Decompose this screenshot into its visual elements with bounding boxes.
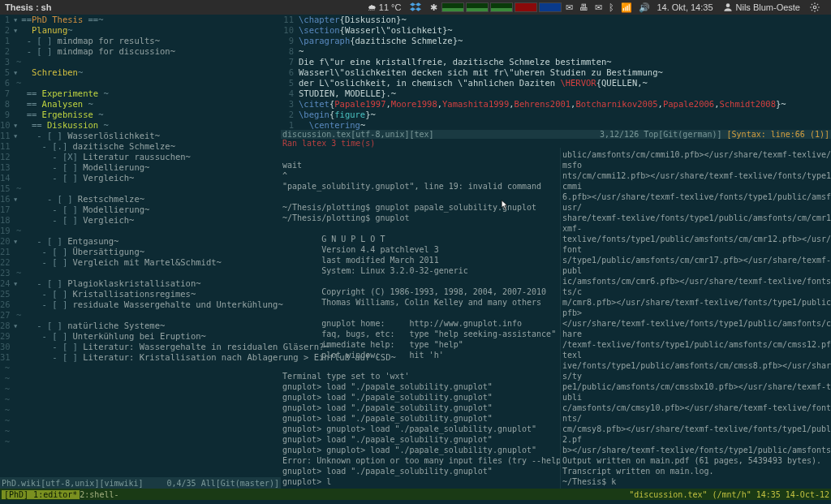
tmux-tab-shell[interactable]: 2:shell- (80, 490, 118, 499)
terminal-left[interactable]: wait ^ "papale_solubility.gnuplot", line… (281, 148, 561, 489)
user-name: Nils Blum-Oeste (736, 2, 800, 12)
window-title: Thesis : sh (5, 2, 51, 12)
outline-line[interactable]: 8 == Analysen ~ (0, 99, 281, 110)
messages-icon[interactable]: ✉ (595, 2, 602, 13)
outline-line[interactable]: 18 - [ ] Vergleich~ (0, 215, 281, 226)
editor-status-syntax: [Syntax: line:66 (1)] (727, 130, 829, 139)
bluetooth-icon[interactable]: ᛒ (609, 2, 614, 12)
editor-line[interactable]: 4STUDIEN, MODELLE}.~ (281, 88, 831, 99)
clock[interactable]: 14. Okt, 14:35 (657, 2, 713, 12)
outline-line[interactable]: 23 ~ (0, 268, 281, 278)
gear-icon[interactable] (807, 2, 823, 13)
mem-graph[interactable] (466, 2, 489, 12)
weather-indicator[interactable]: 🌧 11 °C (368, 2, 402, 12)
print-icon[interactable]: 🖶 (579, 2, 588, 12)
svg-point-1 (813, 6, 816, 9)
outline-line[interactable]: 20▾ - [ ] Entgasung~ (0, 236, 281, 247)
tmux-tab-editor[interactable]: [PhD] 1:editor* (2, 490, 80, 499)
net-graph[interactable] (490, 2, 513, 12)
outline-line[interactable]: 21 - [ ] Übersättigung~ (0, 247, 281, 257)
outline-line[interactable]: 1 - [ ] mindmap for results~ (0, 36, 281, 46)
outline-line[interactable]: 13 - [ ] Modellierung~ (0, 162, 281, 173)
outline-line[interactable]: 16▾ - [ ] Restschmelze~ (0, 194, 281, 205)
outline-line[interactable]: 10▾ == Diskussion ~ (0, 120, 281, 131)
outline-line[interactable]: 5▾ Schreiben~ (0, 67, 281, 78)
outline-line[interactable]: 28▾ - [ ] natürliche Systeme~ (0, 321, 281, 331)
disk-graph[interactable] (515, 2, 537, 12)
star-icon[interactable]: ✱ (430, 2, 437, 13)
editor-statusline: discussion.tex[utf-8,unix][tex] 3,12/126… (281, 130, 831, 139)
editor-line[interactable]: 9\paragraph{dazitische Schmelze}~ (281, 36, 831, 46)
editor-line[interactable]: 7Die f\"ur eine kristallfreie, dazitisch… (281, 57, 831, 67)
wifi-icon[interactable]: 📶 (621, 2, 632, 13)
editor-status-pos: 3,12/126 Top[Git(german)] (600, 130, 722, 139)
outline-line[interactable]: 7 == Experimente ~ (0, 88, 281, 99)
user-menu[interactable]: Nils Blum-Oeste (720, 2, 800, 13)
left-status-pos: 0,4/35 All[Git(master)] (167, 479, 279, 488)
outline-line[interactable]: 17 - [ ] Modellierung~ (0, 205, 281, 215)
outline-line[interactable]: 6 ~ (0, 78, 281, 88)
outline-line[interactable]: 24▾ - [ ] Plagioklaskristallisation~ (0, 278, 281, 289)
outline-line[interactable]: 19 ~ (0, 226, 281, 236)
outline-line[interactable]: 1▾==PhD Thesis ==~ (0, 15, 281, 25)
editor-line[interactable]: 1 \centering~ (281, 120, 831, 130)
editor-line[interactable]: 3\citet{Papale1997,Moore1998,Yamashita19… (281, 99, 831, 110)
outline-line[interactable]: 2▾ Planung~ (0, 25, 281, 36)
outline-line[interactable]: 15 ~ (0, 183, 281, 194)
cpu-graph[interactable] (441, 2, 464, 12)
editor-line[interactable]: 5der L\"oslichkeit, in chemisch \"ahnlic… (281, 78, 831, 88)
editor-line[interactable]: 11\chapter{Diskussion}~ (281, 15, 831, 25)
dropbox-icon[interactable] (407, 2, 424, 13)
editor-line[interactable]: 8~ (281, 46, 831, 57)
outline-line[interactable]: 3 ~ (0, 57, 281, 67)
tmux-status-right: "discussion.tex" (/mnt/h" 14:35 14-Oct-1… (629, 490, 829, 499)
editor-line[interactable]: 10\section{Wasserl\"oslichkeit}~ (281, 25, 831, 36)
left-statusline: PhD.wiki[utf-8,unix][vimwiki] 0,4/35 All… (0, 477, 281, 489)
outline-line[interactable]: 27 ~ (0, 310, 281, 321)
left-status-file: PhD.wiki[utf-8,unix][vimwiki] (2, 479, 144, 488)
editor-line[interactable]: 2\begin{figure}~ (281, 110, 831, 120)
editor-status-file: discussion.tex[utf-8,unix][tex] (282, 130, 434, 139)
outline-line[interactable]: 22 - [ ] Vergleich mit Martel&Schmidt~ (0, 257, 281, 268)
tmux-statusbar: [PhD] 1:editor* 2:shell- "discussion.tex… (0, 489, 831, 500)
outline-line[interactable]: 30 - [ ] Literatur: Wassergehalte in res… (0, 342, 281, 352)
outline-pane[interactable]: 1▾==PhD Thesis ==~2▾ Planung~1 - [ ] min… (0, 15, 281, 489)
outline-line[interactable]: 26 - [ ] residuale Wassergehalte und Unt… (0, 299, 281, 310)
svg-point-0 (726, 3, 730, 7)
outline-line[interactable]: 9 == Ergebnisse ~ (0, 110, 281, 120)
outline-line[interactable]: 11 - [.] dazitische Schmelze~ (0, 141, 281, 152)
outline-line[interactable]: 25 - [ ] Kristallisationsregimes~ (0, 289, 281, 299)
latex-message: Ran latex 3 time(s) (281, 139, 831, 148)
swap-graph[interactable] (539, 2, 562, 12)
editor-pane[interactable]: 11\chapter{Diskussion}~10\section{Wasser… (281, 15, 831, 130)
outline-line[interactable]: 29 - [ ] Unterkühlung bei Eruption~ (0, 331, 281, 342)
mail-icon[interactable]: ✉ (566, 2, 573, 13)
outline-line[interactable]: 11▾ - [ ] Wasserlöslichkeit~ (0, 131, 281, 141)
editor-line[interactable]: 6Wasserl\"oslichkeiten decken sich mit f… (281, 67, 831, 78)
outline-line[interactable]: 31 - [ ] Literatur: Kristallisation nach… (0, 352, 281, 363)
terminal-right[interactable]: ublic/amsfonts/cm/cmmi10.pfb></usr/share… (561, 148, 831, 489)
sound-icon[interactable]: 🔊 (639, 2, 650, 13)
outline-line[interactable]: 14 - [ ] Vergleich~ (0, 173, 281, 183)
outline-line[interactable]: 2 - [ ] mindmap for discussion~ (0, 46, 281, 57)
system-topbar: Thesis : sh 🌧 11 °C ✱ ✉ 🖶 ✉ ᛒ 📶 🔊 14. Ok… (0, 0, 831, 15)
outline-line[interactable]: 12 - [X] Literatur raussuchen~ (0, 152, 281, 162)
